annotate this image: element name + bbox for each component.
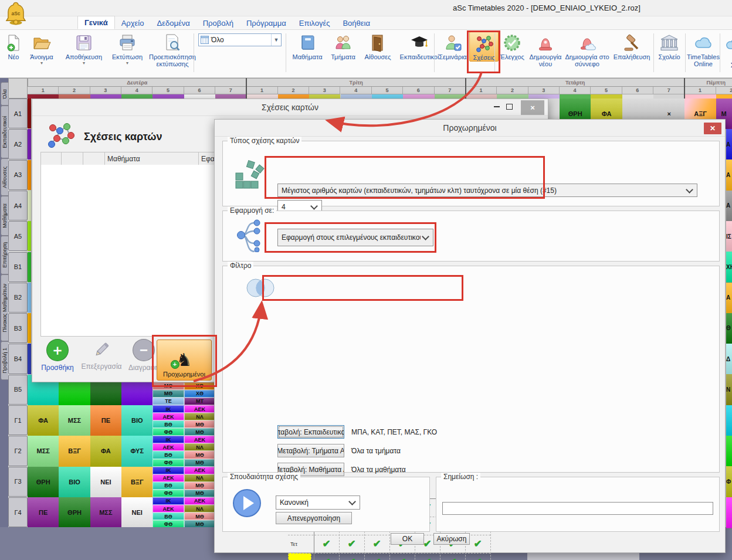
view-tab-2[interactable]: Αίθουσες [1, 158, 8, 196]
toolbar-button-print-preview[interactable]: Προεπισκόπηση εκτύπωσης [147, 32, 198, 68]
filter-change-button-0[interactable]: Μεταβολή: Εκπαιδευτικοί Α [277, 425, 344, 439]
timetable-subcell[interactable]: ΒΘ [152, 451, 184, 459]
minimize-button[interactable] [492, 99, 502, 114]
row-header-Γ4[interactable]: Γ4 [8, 497, 28, 527]
grid-check-cell[interactable]: ✔ [364, 535, 389, 553]
row-header-B1[interactable]: B1 [8, 252, 28, 282]
toolbar-button-printer[interactable]: Εκτύπωση▾ [108, 32, 147, 65]
row-header-B2[interactable]: B2 [8, 283, 28, 313]
importance-select[interactable]: Κανονική [276, 495, 360, 510]
view-tab-3[interactable]: Μαθήματα [1, 196, 8, 236]
menu-tab-0[interactable]: Γενικά [77, 16, 115, 29]
timetable-cell[interactable]: ΦΥΣ [121, 436, 153, 466]
grid-check-cell[interactable]: ✔ [339, 535, 364, 553]
maximize-button[interactable] [504, 99, 514, 114]
timetable-subcell[interactable]: ΙΚ [152, 405, 184, 413]
timetable-cell[interactable]: ΝΕΙ [121, 497, 153, 528]
menu-tab-1[interactable]: Αρχείο [115, 17, 151, 29]
view-tab-6[interactable]: Προβολή 1 [1, 341, 8, 380]
timetable-subcell[interactable]: ΙΚ [152, 467, 184, 474]
view-tab-4[interactable]: Επιτήρηση [1, 236, 8, 274]
list-column-0[interactable] [41, 152, 62, 165]
toolbar-button-check-seal[interactable]: Έλεγχος [497, 32, 527, 60]
menu-tab-6[interactable]: Βοήθεια [336, 17, 377, 29]
timetable-subcell[interactable]: ΑΕΚ [152, 505, 184, 513]
relation-type-select[interactable]: Μέγιστος αριθμός καρτών (εκπαιδευτικών, … [277, 184, 697, 197]
toolbar-button-door[interactable]: Αίθουσες [360, 32, 395, 60]
timetable-subcell[interactable]: ΜΘ [152, 390, 184, 398]
grid-check-cell[interactable]: ✔ [440, 553, 465, 560]
timetable-cell[interactable]: ΘΡΗ [28, 467, 59, 497]
timetable-subcell[interactable]: ΜΘ [184, 490, 215, 497]
timetable-subcell[interactable]: ΑΕΚ [184, 497, 215, 505]
view-selector-combo[interactable]: Όλο ▼ [198, 33, 282, 46]
toolbar-button-new-file[interactable]: Νέο [4, 32, 23, 60]
timetable-subcell[interactable]: ΑΕΚ [184, 405, 215, 413]
timetable-cell[interactable]: ΜΣΣ [59, 405, 90, 436]
grid-check-cell[interactable]: ✔ [415, 553, 440, 560]
timetable-subcell[interactable]: ΒΘ [152, 420, 184, 428]
toolbar-button-open-folder[interactable]: Άνοιγμα▾ [23, 32, 60, 65]
grid-check-cell[interactable]: ✔ [389, 553, 415, 560]
toolbar-button-siren[interactable]: Δημιουργία νέου [527, 32, 564, 68]
grid-check-cell[interactable]: ✔ [465, 553, 490, 560]
apply-to-select[interactable]: Εφαρμογή στους επιλεγμένους εκπαιδευτικο… [277, 229, 433, 246]
relations-add-button[interactable]: ＋Προσθήκη [37, 337, 78, 379]
timetable-subcell[interactable]: ΜΘ [184, 482, 215, 490]
menu-tab-3[interactable]: Προβολή [196, 17, 240, 29]
list-column-2[interactable] [83, 152, 105, 165]
menu-tab-2[interactable]: Δεδομένα [150, 17, 196, 29]
timetable-subcell[interactable]: ΑΕΚ [184, 467, 215, 474]
toolbar-button-save[interactable]: Αποθήκευση▾ [60, 32, 108, 65]
grid-day-label-Τετ[interactable]: Τετ [288, 535, 311, 553]
timetable-subcell[interactable]: ΜΘ [184, 451, 215, 459]
timetable-subcell[interactable]: ΜΘ [184, 428, 215, 436]
timetable-cell[interactable]: ΜΣΣ [28, 436, 59, 466]
timetable-cell[interactable]: ΒΞΓ [59, 436, 90, 466]
toolbar-button-people[interactable]: Τμήματα [326, 32, 360, 60]
close-icon[interactable]: ✕ [704, 123, 721, 134]
timetable-cell[interactable]: ΝΕΙ [90, 467, 122, 497]
row-header-A5[interactable]: A5 [8, 221, 28, 251]
timetable-cell[interactable]: ΦΑ [90, 436, 122, 466]
toolbar-button-gavel[interactable]: Επαλήθευση [611, 32, 653, 60]
cancel-button[interactable]: Ακύρωση [433, 533, 470, 545]
row-header-B4[interactable]: B4 [8, 344, 28, 374]
grid-check-cell[interactable]: ✔ [314, 553, 339, 560]
timetable-subcell[interactable]: ΤΕ [152, 398, 184, 405]
view-tab-1[interactable]: Εκπαιδευτικοί [1, 106, 8, 158]
timetable-subcell[interactable]: ΦΘ [152, 428, 184, 436]
timetable-subcell[interactable]: ΜΘ [152, 382, 184, 390]
menu-tab-4[interactable]: Πρόγραμμα [240, 17, 293, 29]
timetable-cell[interactable]: ΒΙΟ [121, 405, 153, 436]
timetable-cell[interactable]: ΦΑ [28, 405, 59, 436]
dialog-titlebar[interactable]: Σχέσεις καρτών × [32, 99, 548, 116]
toolbar-button-book[interactable]: Μαθήματα [289, 32, 326, 60]
view-tab-5[interactable]: Πίνακας Μαθημάτων [1, 274, 8, 341]
timetable-subcell[interactable]: ΝΛ [184, 443, 215, 451]
timetable-subcell[interactable]: ΑΕΚ [184, 436, 215, 443]
view-tab-0[interactable]: Όλα [1, 82, 8, 106]
toolbar-button-cloud[interactable]: TimeTables Online [686, 32, 720, 68]
timetable-subcell[interactable]: ΑΕΚ [152, 474, 184, 482]
chevron-down-icon[interactable]: ▾ [126, 62, 128, 65]
combo-dropdown-button[interactable]: ▼ [271, 34, 281, 46]
toolbar-button-person-check[interactable]: Σεμινάρια [436, 32, 469, 60]
note-input[interactable] [442, 502, 713, 515]
timetable-subcell[interactable]: ΧΘ [184, 390, 215, 398]
grid-check-cell[interactable]: ✔ [364, 553, 389, 560]
row-header-A4[interactable]: A4 [8, 191, 28, 220]
timetable-subcell[interactable]: ΝΛ [184, 474, 215, 482]
list-column-Μαθήματα[interactable]: Μαθήματα [105, 152, 199, 165]
timetable-subcell[interactable]: ΜΤ [184, 398, 215, 405]
timetable-subcell[interactable]: ΙΚ [152, 497, 184, 505]
timetable-subcell[interactable]: ΑΕΚ [152, 443, 184, 451]
toolbar-button-partial[interactable]: ΕΣχ [723, 33, 732, 69]
timetable-subcell[interactable]: ΜΘ [184, 420, 215, 428]
timetable-subcell[interactable]: ΙΚ [152, 436, 184, 443]
timetable-subcell[interactable]: ΒΘ [152, 482, 184, 490]
timetable-cell[interactable]: ΒΙΟ [59, 467, 90, 497]
chevron-down-icon[interactable]: ▾ [83, 62, 85, 65]
timetable-subcell[interactable]: ΝΛ [184, 505, 215, 513]
chevron-down-icon[interactable]: ▾ [40, 62, 43, 65]
